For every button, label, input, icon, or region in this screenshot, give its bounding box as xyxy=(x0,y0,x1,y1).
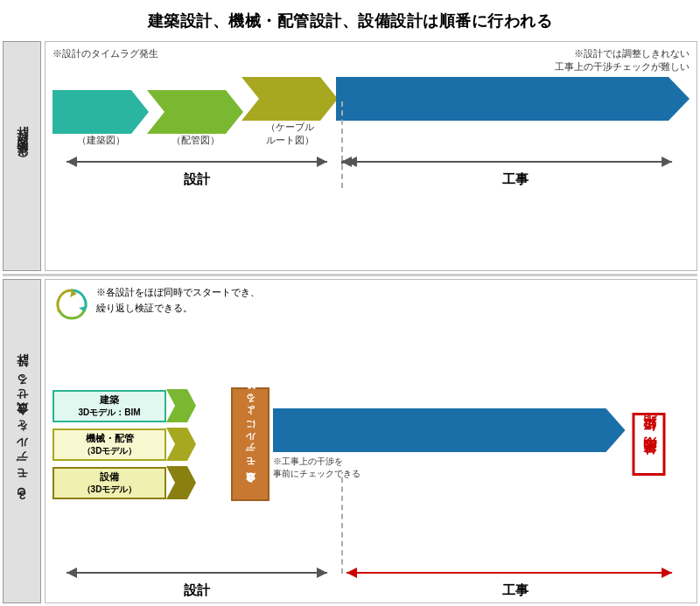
bottom-axis-left-label: 設計 xyxy=(184,582,210,599)
row-kikai: 機械・配管 （3Dモデル） xyxy=(52,428,228,461)
bottom-axis-right: 工事 xyxy=(341,565,690,599)
row-setsubi: 設備 （3Dモデル） xyxy=(52,466,228,499)
page-container: 建築設計、機械・配管設計、設備設計は順番に行われる 従来（図面）設計 ※設計のタ… xyxy=(0,0,700,606)
blue-arrow-area: ※工事上の干渉を 事前にチェックできる xyxy=(273,327,626,561)
bottom-side-label: ３Dモデルを合成させる設計 xyxy=(3,279,41,603)
page-title: 建築設計、機械・配管設計、設備設計は順番に行われる xyxy=(0,0,700,38)
top-left-arrow-svg xyxy=(61,154,332,170)
bottom-axis-row: 設計 xyxy=(52,565,690,599)
top-panel: 従来（図面）設計 ※設計のタイムラグ発生 ※設計では調整しきれない 工事上の干渉… xyxy=(0,38,700,274)
bottom-axis-area: 設計 xyxy=(52,565,690,599)
result-box: 結果工期の短縮に xyxy=(633,413,666,476)
bottom-left-arrow-svg xyxy=(61,565,332,581)
dashed-line-top xyxy=(341,101,343,188)
bottom-right-arrow-svg xyxy=(341,565,690,581)
chevron-3 xyxy=(242,77,338,121)
bottom-label-text: ３Dモデルを合成させる設計 xyxy=(14,374,30,508)
bottom-main-area: 建築 3Dモデル：BIM 機械・配管 （3Dモデル） xyxy=(52,327,690,561)
blue-note: ※工事上の干渉を 事前にチェックできる xyxy=(273,456,626,480)
top-note-right: ※設計では調整しきれない 工事上の干渉チェックが難しい xyxy=(555,47,690,73)
chevron-1-label: （建築図） xyxy=(77,134,125,147)
combined-3d-box: 合成３Dモデルによる設計 xyxy=(231,387,270,501)
model-rows: 建築 3Dモデル：BIM 機械・配管 （3Dモデル） xyxy=(52,327,228,561)
top-axis-right: 工事 xyxy=(341,154,690,188)
bottom-axis-right-label: 工事 xyxy=(502,582,528,599)
recycle-icon xyxy=(52,285,91,324)
bottom-panel: ３Dモデルを合成させる設計 xyxy=(0,276,700,606)
chevron-1 xyxy=(52,90,149,134)
top-notes-row: ※設計のタイムラグ発生 ※設計では調整しきれない 工事上の干渉チェックが難しい xyxy=(52,47,690,73)
big-blue-body xyxy=(336,77,690,121)
bottom-inner: ※各設計をほぼ同時でスタートでき、 繰り返し検証できる。 建築 3Dモデル：BI… xyxy=(52,285,690,599)
red-arrow-svg xyxy=(665,409,686,479)
top-axis-area: 設計 xyxy=(52,154,690,188)
bottom-top-row: ※各設計をほぼ同時でスタートでき、 繰り返し検証できる。 xyxy=(52,285,690,324)
top-axis-right-label: 工事 xyxy=(502,171,528,188)
bottom-axis-left: 設計 xyxy=(52,565,341,599)
small-chevrons: （建築図） （配管図） （ケーブル ルート図） xyxy=(52,77,338,147)
chevron-1-wrap: （建築図） xyxy=(52,90,149,147)
top-axis-left-label: 設計 xyxy=(184,171,210,188)
top-label-text: 従来（図面）設計 xyxy=(14,146,30,167)
bottom-content: ※各設計をほぼ同時でスタートでき、 繰り返し検証できる。 建築 3Dモデル：BI… xyxy=(45,279,697,603)
box-kenchiku: 建築 3Dモデル：BIM xyxy=(52,390,166,422)
top-note-left: ※設計のタイムラグ発生 xyxy=(52,47,158,73)
chevron-2-label: （配管図） xyxy=(172,134,220,147)
row-kenchiku: 建築 3Dモデル：BIM xyxy=(52,389,228,422)
chevron-3-label: （ケーブル ルート図） xyxy=(266,121,314,147)
chevron-2 xyxy=(147,90,243,134)
top-right-arrow-svg xyxy=(341,154,690,170)
top-side-label: 従来（図面）設計 xyxy=(3,41,41,271)
box-kikai: 機械・配管 （3Dモデル） xyxy=(52,428,166,461)
top-axis-left: 設計 xyxy=(52,154,341,188)
top-axis-row: 設計 xyxy=(52,154,690,188)
bottom-note-text: ※各設計をほぼ同時でスタートでき、 繰り返し検証できる。 xyxy=(96,285,260,316)
chevron-2-wrap: （配管図） xyxy=(147,90,243,147)
mini-arrow-2 xyxy=(166,428,196,461)
chevron-3-wrap: （ケーブル ルート図） xyxy=(242,77,338,147)
top-content: ※設計のタイムラグ発生 ※設計では調整しきれない 工事上の干渉チェックが難しい … xyxy=(45,41,697,271)
big-blue-arrow-top xyxy=(336,77,690,121)
bottom-blue-arrow xyxy=(273,408,626,452)
box-setsubi: 設備 （3Dモデル） xyxy=(52,467,166,499)
combined-3d-wrap: 合成３Dモデルによる設計 xyxy=(231,327,270,561)
dashed-line-bottom xyxy=(341,477,343,574)
mini-arrow-3 xyxy=(166,466,196,499)
mini-arrow-1 xyxy=(166,389,196,422)
top-arrows-row: （建築図） （配管図） （ケーブル ルート図） xyxy=(52,77,690,147)
result-area: 結果工期の短縮に xyxy=(629,327,690,561)
